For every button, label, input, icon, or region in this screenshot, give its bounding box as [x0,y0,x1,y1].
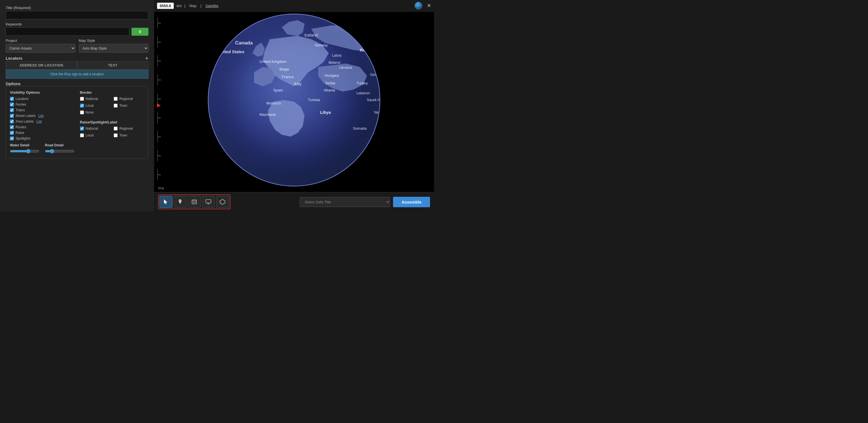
border-local: Local [80,104,111,108]
svg-rect-47 [206,200,211,203]
locators-hint[interactable]: Click the Plus sign to add a location [6,69,149,79]
street-labels-checkbox[interactable] [10,114,14,118]
scale-mark-9 [157,175,161,175]
border-none: None [80,110,111,114]
safe-title-select[interactable]: Select Safe Title [300,197,390,207]
km-unit: km [177,4,182,8]
scale-mark-5 [157,99,161,99]
street-labels-label: Street Labels [16,114,36,118]
pin-tool-button[interactable] [174,196,187,208]
map-type-separator: | [184,4,185,8]
keywords-field-group: Keywords 0 [6,22,149,36]
map-topbar: 6550.6 km | Map | Satellite [154,0,434,11]
map-style-label: Map Style [79,38,149,43]
spotlights-checkbox-label: Spotlights [16,137,31,140]
title-field-group: Title (Required) [6,6,149,19]
assemble-button[interactable]: Assemble [393,197,430,207]
title-input[interactable] [6,11,149,19]
border-regional-checkbox[interactable] [114,97,118,101]
map-type-satellite-button[interactable]: Satellite [204,3,219,8]
ferries-checkbox-label: Ferries [16,103,26,107]
rs-regional-checkbox[interactable] [114,126,118,131]
rs-regional: Regional [114,126,144,131]
rs-national-checkbox[interactable] [80,126,84,131]
shape-tool-button[interactable] [216,196,229,208]
ferries-checkbox[interactable] [10,103,14,107]
area-labels-list-link[interactable]: List [36,119,42,123]
routes-checkbox[interactable] [10,125,14,129]
checkbox-routes: Routes [10,125,74,129]
cursor-tool-button[interactable] [159,196,173,208]
checkbox-locators: Locators [10,97,74,101]
border-regional: Regional [114,97,144,101]
callout-icon [205,199,212,205]
project-group: Project Camio Assets [6,38,75,53]
checkbox-trains: Trains [10,108,74,112]
svg-marker-40 [164,199,167,204]
project-select[interactable]: Camio Assets [6,44,75,53]
add-locator-button[interactable]: + [145,56,149,61]
road-detail-label: Road Detail [45,143,74,147]
border-national-checkbox[interactable] [80,97,84,101]
svg-rect-42 [192,200,196,204]
border-town-checkbox[interactable] [114,104,118,108]
tool-group [158,195,230,209]
keywords-label: Keywords [6,22,149,26]
red-arrow-indicator: ▶ [157,102,161,108]
water-detail-label: Water Detail [10,143,39,147]
sliders-row: Water Detail Road Detail [10,143,74,154]
trains-checkbox[interactable] [10,108,14,112]
border-town: Town [114,104,144,108]
border-regional-label: Regional [119,97,133,101]
water-detail-col: Water Detail [10,143,39,154]
border-grid: National Regional Local Town [80,97,145,116]
title-label: Title (Required) [6,6,149,10]
water-detail-slider[interactable] [10,149,39,153]
border-local-checkbox[interactable] [80,104,84,108]
border-national-label: National [86,97,98,101]
locators-group: Locators + ADDRESS OR LOCATION TEXT Clic… [6,56,149,79]
scale-mark-3 [157,61,161,61]
rs-town-checkbox[interactable] [114,133,118,137]
tab-address[interactable]: ADDRESS OR LOCATION [6,61,77,69]
area-icon [191,199,197,205]
scale-mark-1 [157,23,161,23]
spotlights-checkbox[interactable] [10,137,14,140]
locators-checkbox-label: Locators [16,97,29,101]
keywords-count-badge[interactable]: 0 [131,28,149,36]
raise-checkbox[interactable] [10,131,14,135]
scale-marks [157,23,161,175]
checkbox-spotlights: Spotlights [10,137,74,140]
keywords-input[interactable] [6,27,129,36]
locators-header: Locators + [6,56,149,61]
options-group: Options Visibility Options Locators Ferr… [6,82,149,159]
border-town-label: Town [119,104,127,108]
map-type-map-button[interactable]: Map [188,3,198,8]
map-style-select[interactable]: Axis Map Style [79,44,149,53]
globe-icon-button[interactable] [414,2,423,10]
checkbox-ferries: Ferries [10,103,74,107]
km-value[interactable]: 6550.6 [157,3,174,9]
shape-icon [219,199,226,205]
cursor-icon [163,199,169,205]
visibility-col: Visibility Options Locators Ferries Trai… [10,90,74,154]
border-none-checkbox[interactable] [80,110,84,114]
rs-town: Town [114,133,144,137]
map-viewport[interactable]: Canada United States Iceland Norway Chin… [154,11,434,192]
area-labels-checkbox[interactable] [10,119,14,123]
border-none-label: None [86,110,94,114]
locators-checkbox[interactable] [10,97,14,101]
rs-local-checkbox[interactable] [80,133,84,137]
street-labels-list-link[interactable]: List [38,114,44,118]
callout-tool-button[interactable] [202,196,215,208]
tab-text[interactable]: TEXT [77,61,149,69]
road-detail-slider[interactable] [45,149,74,153]
bing-label: bing [158,186,164,190]
road-detail-col: Road Detail [45,143,74,154]
area-tool-button[interactable] [188,196,201,208]
options-box: Visibility Options Locators Ferries Trai… [6,86,149,159]
scale-mark-7 [157,137,161,137]
svg-marker-49 [220,199,225,204]
map-close-button[interactable]: ✕ [427,3,431,9]
border-raise-col: Border National Regional Local [80,90,145,154]
